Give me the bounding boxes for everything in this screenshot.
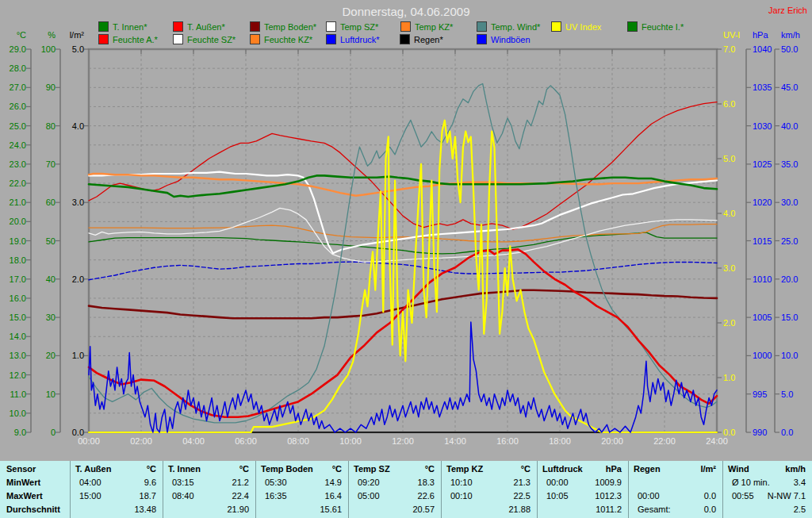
axis-tick-label-percent: 20	[46, 351, 56, 360]
table-cell-value: 18.3	[348, 477, 435, 489]
x-tick-label: 20:00	[593, 436, 631, 446]
axis-tick-label-kmh: 25.0	[781, 236, 798, 246]
x-tick-label: 08:00	[279, 436, 317, 446]
axis-tick-label-celsius: 15.0	[10, 313, 26, 322]
table-cell-value: 22.4	[163, 490, 249, 502]
axis-tick-label-kmh: 35.0	[781, 159, 798, 169]
table-cell-value	[628, 477, 716, 489]
axis-tick-label-percent: 0	[51, 428, 56, 437]
table-row-label: MinWert	[6, 477, 40, 489]
axis-tick-label-uv: 1.0	[723, 373, 735, 382]
axis-tick-label-celsius: 26.0	[10, 102, 26, 111]
axis-tick-label-kmh: 15.0	[781, 313, 798, 322]
table-cell-value: 14.9	[255, 477, 342, 489]
table-cell-value: 20.57	[348, 504, 435, 516]
x-tick-label: 00:00	[70, 436, 108, 446]
x-tick-label: 24:00	[698, 436, 736, 446]
axis-tick-label-uv: 4.0	[723, 209, 735, 218]
axis-header-hpa: hPa	[753, 30, 768, 40]
axis-tick-label-celsius: 24.0	[10, 140, 26, 150]
axis-tick-label-hpa: 1035	[753, 82, 772, 92]
axis-tick-label-celsius: 29.0	[10, 44, 26, 54]
table-cell-value: 21.3	[441, 477, 530, 489]
x-tick-label: 04:00	[174, 436, 213, 446]
axis-tick-label-kmh: 45.0	[781, 82, 798, 92]
axis-tick-label-lm2: 4.0	[72, 121, 84, 131]
table-cell-value: 0.0	[628, 490, 716, 502]
axis-tick-label-percent: 50	[46, 236, 56, 246]
axis-tick-label-percent: 30	[46, 313, 56, 322]
axis-tick-label-celsius: 18.0	[10, 255, 26, 265]
x-tick-label: 10:00	[331, 436, 370, 446]
table-cell-value: N-NW 7.1	[722, 490, 806, 502]
axis-tick-label-hpa: 1020	[753, 198, 772, 207]
table-col-unit: km/h	[722, 463, 806, 475]
table-col-unit: °C	[163, 463, 249, 475]
table-row-label: Durchschnitt	[6, 504, 60, 516]
x-tick-label: 18:00	[541, 436, 579, 446]
axis-header-lm2: l/m²	[70, 30, 84, 40]
axis-tick-label-celsius: 28.0	[10, 63, 26, 73]
axis-tick-label-celsius: 17.0	[10, 274, 26, 284]
axis-tick-label-hpa: 1015	[753, 236, 772, 246]
axis-tick-label-percent: 70	[46, 159, 56, 169]
table-col-unit: l/m²	[628, 463, 716, 475]
axis-tick-label-percent: 80	[46, 121, 56, 131]
axis-tick-label-celsius: 11.0	[10, 389, 26, 399]
x-tick-label: 22:00	[645, 436, 684, 446]
axis-tick-label-hpa: 1040	[753, 44, 772, 54]
axis-tick-label-kmh: 5.0	[781, 389, 793, 399]
table-cell-value: 9.6	[70, 477, 156, 489]
table-cell-value: 0.0	[628, 504, 716, 516]
table-row-label: Sensor	[6, 463, 36, 475]
axis-tick-label-celsius: 25.0	[10, 121, 26, 131]
axis-tick-label-hpa: 1010	[753, 274, 772, 284]
series-temp_wind	[89, 84, 717, 423]
axis-tick-label-celsius: 10.0	[10, 409, 26, 418]
axis-tick-label-uv: 5.0	[723, 154, 735, 163]
axis-tick-label-lm2: 1.0	[72, 351, 84, 360]
summary-table: SensorMinWertMaxWertDurchschnittT. Außen…	[0, 461, 812, 518]
axis-tick-label-percent: 10	[46, 389, 56, 399]
axis-tick-label-celsius: 22.0	[10, 178, 26, 188]
table-cell-value: 13.48	[70, 504, 156, 516]
axis-tick-label-hpa: 1025	[753, 159, 772, 169]
axis-tick-label-lm2: 2.0	[72, 274, 84, 284]
table-cell-value: 21.88	[441, 504, 530, 516]
axis-tick-label-celsius: 19.0	[10, 236, 26, 246]
axis-tick-label-celsius: 13.0	[10, 351, 26, 360]
x-tick-label: 16:00	[488, 436, 527, 446]
axis-tick-label-hpa: 995	[753, 389, 767, 399]
x-tick-label: 02:00	[122, 436, 160, 446]
axis-tick-label-celsius: 14.0	[10, 332, 26, 341]
table-cell-value: 1011.2	[537, 504, 622, 516]
table-cell-value: 1009.9	[537, 477, 622, 489]
axis-tick-label-kmh: 30.0	[781, 198, 798, 207]
chart-plot	[0, 0, 812, 460]
x-tick-label: 12:00	[384, 436, 422, 446]
axis-tick-label-percent: 40	[46, 274, 56, 284]
table-cell-value: 18.7	[70, 490, 156, 502]
table-cell-value: 1012.3	[537, 490, 622, 502]
table-col-unit: °C	[70, 463, 156, 475]
axis-tick-label-celsius: 27.0	[10, 82, 26, 92]
x-tick-label: 14:00	[436, 436, 474, 446]
axis-tick-label-kmh: 40.0	[781, 121, 798, 131]
table-cell-value: 3.4	[722, 477, 806, 489]
axis-tick-label-hpa: 990	[753, 428, 767, 437]
axis-tick-label-uv: 2.0	[723, 318, 735, 328]
table-cell-value: 2.5	[722, 504, 806, 516]
x-tick-label: 06:00	[227, 436, 265, 446]
axis-tick-label-kmh: 0.0	[781, 428, 793, 437]
axis-tick-label-lm2: 3.0	[72, 198, 84, 207]
table-row-label: MaxWert	[6, 490, 43, 502]
axis-tick-label-celsius: 16.0	[10, 294, 26, 303]
axis-header-celsius: °C	[17, 30, 26, 40]
axis-tick-label-celsius: 20.0	[10, 217, 26, 226]
axis-header-kmh: km/h	[781, 30, 800, 40]
axis-tick-label-percent: 90	[46, 82, 56, 92]
table-cell-value: 15.61	[255, 504, 342, 516]
axis-tick-label-uv: 7.0	[723, 44, 735, 54]
axis-header-percent: %	[48, 30, 56, 40]
table-col-unit: °C	[255, 463, 342, 475]
